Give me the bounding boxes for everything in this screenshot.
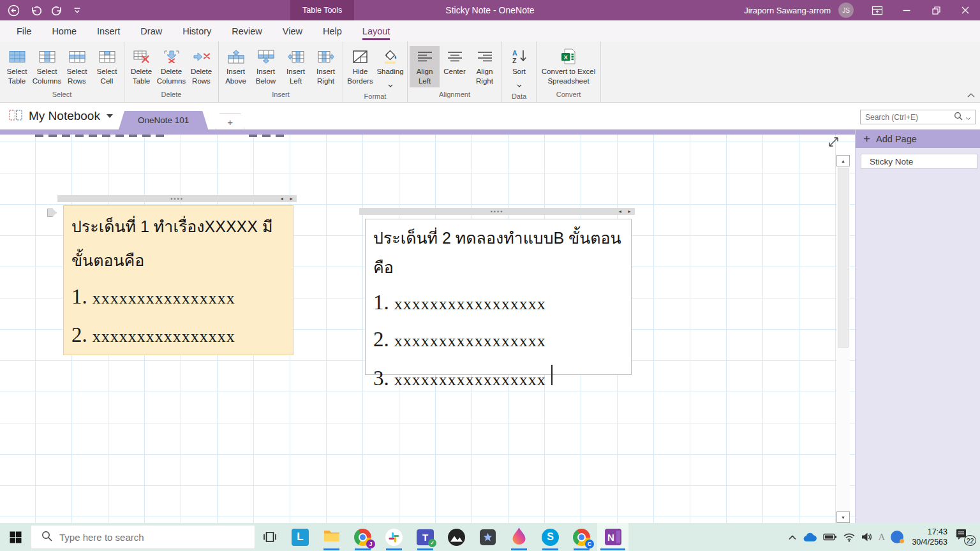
search-icon[interactable]	[954, 112, 963, 123]
add-section-button[interactable]: +	[216, 114, 244, 129]
signed-in-user[interactable]: Jiraporn Sawang-arrom	[744, 6, 831, 15]
note1-drag-bar[interactable]: •••• ◄ ►	[57, 195, 297, 202]
note-container-2: •••• ◄ ► ประเด็นที่ 2 ทดลองทำแบบB ขั้นตอ…	[359, 208, 635, 380]
group-label-alignment: Alignment	[410, 89, 500, 102]
tab-draw[interactable]: Draw	[130, 20, 172, 41]
align-left-button[interactable]: Align Left	[410, 46, 440, 87]
select-table-button[interactable]: Select Table	[2, 46, 32, 87]
note2-item-3[interactable]: 3. xxxxxxxxxxxxxxxxx	[373, 365, 623, 390]
close-button[interactable]	[951, 0, 980, 20]
align-right-button[interactable]: Align Right	[470, 46, 500, 87]
sort-button[interactable]: AZ Sort	[504, 46, 534, 91]
insert-below-button[interactable]: Insert Below	[251, 46, 281, 87]
taskbar-app-teams[interactable]: T✓	[410, 523, 441, 551]
vertical-scrollbar[interactable]: ▲ ▼	[836, 155, 850, 523]
tab-insert[interactable]: Insert	[87, 20, 130, 41]
note2-item-2[interactable]: 2. xxxxxxxxxxxxxxxxx	[373, 328, 623, 351]
shading-button[interactable]: Shading	[375, 46, 405, 91]
taskbar-app-onenote[interactable]: N	[597, 523, 628, 551]
table-tools-context-tab[interactable]: Table Tools	[290, 0, 354, 20]
taskbar-search[interactable]	[31, 525, 255, 549]
note1-item-1[interactable]: 1. xxxxxxxxxxxxxxxx	[71, 285, 285, 309]
page-item-sticky-note[interactable]: Sticky Note	[861, 154, 977, 169]
taskbar-app-file-explorer[interactable]	[316, 523, 347, 551]
taskbar-app-skype[interactable]: S	[535, 523, 566, 551]
full-page-view-icon[interactable]	[828, 136, 840, 151]
scroll-up-button[interactable]: ▲	[836, 155, 850, 166]
search-input[interactable]	[865, 113, 951, 122]
select-rows-button[interactable]: Select Rows	[62, 46, 92, 87]
tab-layout[interactable]: Layout	[352, 20, 401, 41]
insert-above-button[interactable]: Insert Above	[221, 46, 251, 87]
delete-columns-button[interactable]: Delete Columns	[156, 46, 186, 87]
insert-left-button[interactable]: Insert Left	[281, 46, 311, 87]
taskbar-app-chrome-c[interactable]: C	[566, 523, 597, 551]
wifi-icon[interactable]	[843, 532, 856, 542]
resize-arrows-icon[interactable]: ◄ ►	[618, 208, 634, 215]
minimize-button[interactable]	[892, 0, 921, 20]
tab-view[interactable]: View	[272, 20, 313, 41]
tab-history[interactable]: History	[172, 20, 221, 41]
restore-button[interactable]	[921, 0, 951, 20]
scrollbar-thumb[interactable]	[838, 168, 849, 348]
tray-chevron-up-icon[interactable]	[788, 534, 797, 540]
back-icon[interactable]	[8, 4, 20, 17]
language-indicator[interactable]: A	[879, 532, 886, 543]
undo-icon[interactable]	[30, 5, 41, 16]
action-center-button[interactable]: 22	[956, 529, 975, 545]
taskbar-search-input[interactable]	[59, 532, 255, 543]
insert-right-button[interactable]: Insert Right	[311, 46, 341, 87]
system-tray: A 17:43 30/4/2563 22	[788, 527, 980, 548]
note2-body[interactable]: ประเด็นที่ 2 ทดลองทำแบบB ขั้นตอนคือ 1. x…	[365, 219, 632, 375]
taskbar-app-paint-drop[interactable]	[503, 523, 535, 551]
scroll-down-button[interactable]: ▼	[836, 511, 850, 523]
taskbar-clock[interactable]: 17:43 30/4/2563	[912, 527, 947, 548]
ribbon-display-options-button[interactable]	[863, 0, 892, 20]
note2-drag-bar[interactable]: •••• ◄ ►	[359, 208, 635, 215]
taskbar-app-chrome-j[interactable]: J	[347, 523, 378, 551]
add-page-button[interactable]: + Add Page	[856, 129, 980, 148]
hide-borders-button[interactable]: Hide Borders	[345, 46, 375, 87]
delete-rows-button[interactable]: Delete Rows	[186, 46, 216, 87]
ribbon-group-insert: Insert Above Insert Below Insert Left In…	[219, 41, 343, 102]
onedrive-icon[interactable]	[803, 533, 817, 542]
select-cell-button[interactable]: Select Cell	[92, 46, 122, 87]
notebook-dropdown[interactable]: My Notebook	[9, 103, 113, 129]
photos-star-icon	[480, 529, 496, 545]
tab-help[interactable]: Help	[313, 20, 352, 41]
note1-body[interactable]: ประเด็นที่ 1 ทำเรื่องXXXXX มี ขั้นตอนคือ…	[63, 205, 293, 355]
insert-above-icon	[228, 48, 244, 65]
tab-review[interactable]: Review	[221, 20, 272, 41]
resize-arrows-icon[interactable]: ◄ ►	[279, 195, 295, 202]
taskbar-app-gallery[interactable]	[441, 523, 472, 551]
start-button[interactable]	[0, 523, 31, 551]
taskbar-app-slack[interactable]	[378, 523, 410, 551]
align-left-icon	[417, 48, 433, 65]
section-tab-onenote-101[interactable]: OneNote 101	[119, 111, 208, 129]
tab-home[interactable]: Home	[41, 20, 87, 41]
note1-heading[interactable]: ประเด็นที่ 1 ทำเรื่องXXXXX มี ขั้นตอนคือ	[71, 210, 285, 277]
search-scope-chevron-icon[interactable]	[966, 112, 970, 123]
ribbon-group-convert: X Convert to Excel Spreadsheet Convert	[537, 41, 601, 102]
taskbar-app-photos[interactable]	[472, 523, 503, 551]
redo-icon[interactable]	[52, 5, 63, 16]
delete-table-button[interactable]: Delete Table	[126, 46, 156, 87]
note2-item-1[interactable]: 1. xxxxxxxxxxxxxxxxx	[373, 291, 623, 314]
note1-item-2[interactable]: 2. xxxxxxxxxxxxxxxx	[71, 323, 285, 347]
task-view-button[interactable]	[255, 523, 285, 551]
tray-app-icon[interactable]	[891, 531, 903, 543]
customize-quick-access-icon[interactable]	[73, 7, 81, 14]
battery-icon[interactable]	[823, 532, 837, 542]
convert-to-excel-button[interactable]: X Convert to Excel Spreadsheet	[538, 46, 598, 87]
volume-icon[interactable]	[861, 532, 873, 542]
avatar[interactable]: JS	[838, 3, 854, 18]
taskbar-app-l[interactable]: L	[285, 523, 316, 551]
title-bar: Table Tools Sticky Note - OneNote Jirapo…	[0, 0, 980, 20]
note2-heading[interactable]: ประเด็นที่ 2 ทดลองทำแบบB ขั้นตอนคือ	[373, 223, 623, 282]
select-columns-button[interactable]: Select Columns	[32, 46, 62, 87]
tab-file[interactable]: File	[6, 20, 41, 41]
search-box[interactable]	[860, 110, 976, 124]
delete-rows-icon	[193, 48, 210, 65]
collapse-ribbon-icon[interactable]	[967, 89, 975, 100]
center-button[interactable]: Center	[440, 46, 470, 78]
